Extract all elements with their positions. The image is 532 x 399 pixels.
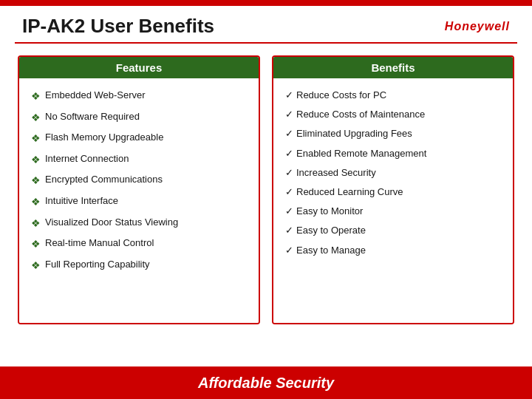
bullet-icon: ❖ — [31, 195, 41, 210]
check-icon: ✓ — [285, 166, 293, 180]
list-item: ❖ Real-time Manual Control — [31, 236, 247, 252]
features-panel: Features ❖ Embedded Web-Server ❖ No Soft… — [18, 55, 260, 324]
list-item: ✓ Reduced Learning Curve — [285, 185, 501, 199]
benefit-text: Increased Security — [296, 166, 376, 180]
feature-text: Encrypted Communications — [45, 173, 163, 186]
list-item: ❖ Full Reporting Capability — [31, 258, 247, 273]
header: IP-AK2 User Benefits Honeywell — [0, 6, 532, 42]
top-bar — [0, 0, 532, 6]
bullet-icon: ❖ — [31, 153, 41, 168]
features-panel-body: ❖ Embedded Web-Server ❖ No Software Requ… — [19, 78, 259, 323]
footer: Affordable Security — [0, 366, 532, 399]
feature-text: Embedded Web-Server — [45, 89, 146, 102]
feature-text: Internet Connection — [45, 152, 129, 166]
list-item: ✓ Increased Security — [285, 166, 501, 180]
list-item: ✓ Enabled Remote Management — [285, 147, 501, 160]
benefit-text: Reduced Learning Curve — [296, 185, 403, 199]
list-item: ❖ Embedded Web-Server — [31, 89, 247, 104]
page: IP-AK2 User Benefits Honeywell Features … — [0, 0, 532, 399]
bullet-icon: ❖ — [31, 89, 41, 104]
footer-text: Affordable Security — [198, 375, 334, 392]
bullet-icon: ❖ — [31, 259, 41, 273]
check-icon: ✓ — [285, 185, 293, 199]
honeywell-logo: Honeywell — [445, 20, 510, 33]
check-icon: ✓ — [285, 127, 293, 140]
page-title: IP-AK2 User Benefits — [22, 15, 214, 38]
feature-text: Full Reporting Capability — [45, 258, 150, 271]
list-item: ❖ Internet Connection — [31, 152, 247, 168]
benefit-text: Reduce Costs for PC — [296, 89, 386, 102]
bullet-icon: ❖ — [31, 132, 41, 146]
list-item: ✓ Easy to Monitor — [285, 205, 501, 218]
feature-text: Real-time Manual Control — [45, 236, 154, 250]
list-item: ✓ Easy to Operate — [285, 224, 501, 237]
feature-text: Flash Memory Upgradeable — [45, 131, 163, 144]
list-item: ✓ Reduce Costs for PC — [285, 89, 501, 102]
bullet-icon: ❖ — [31, 174, 41, 188]
list-item: ✓ Easy to Manage — [285, 244, 501, 257]
list-item: ✓ Reduce Costs of Maintenance — [285, 108, 501, 121]
list-item: ❖ No Software Required — [31, 110, 247, 126]
check-icon: ✓ — [285, 224, 293, 237]
check-icon: ✓ — [285, 205, 293, 218]
check-icon: ✓ — [285, 89, 293, 102]
bullet-icon: ❖ — [31, 237, 41, 252]
benefits-panel: Benefits ✓ Reduce Costs for PC ✓ Reduce … — [272, 55, 514, 324]
list-item: ✓ Eliminated Upgrading Fees — [285, 127, 501, 140]
benefit-text: Easy to Operate — [296, 224, 366, 237]
check-icon: ✓ — [285, 244, 293, 257]
feature-text: Visualized Door Status Viewing — [45, 216, 178, 229]
list-item: ❖ Visualized Door Status Viewing — [31, 216, 247, 231]
bullet-icon: ❖ — [31, 111, 41, 126]
benefit-text: Enabled Remote Management — [296, 147, 426, 160]
list-item: ❖ Flash Memory Upgradeable — [31, 131, 247, 146]
feature-text: Intuitive Interface — [45, 194, 118, 208]
benefit-text: Eliminated Upgrading Fees — [296, 127, 412, 140]
check-icon: ✓ — [285, 108, 293, 121]
list-item: ❖ Encrypted Communications — [31, 173, 247, 188]
features-panel-header: Features — [19, 57, 259, 78]
benefit-text: Easy to Manage — [296, 244, 366, 257]
main-content: Features ❖ Embedded Web-Server ❖ No Soft… — [0, 44, 532, 332]
benefit-text: Reduce Costs of Maintenance — [296, 108, 425, 121]
benefit-text: Easy to Monitor — [296, 205, 363, 218]
benefits-panel-header: Benefits — [273, 57, 513, 78]
feature-text: No Software Required — [45, 110, 140, 123]
benefits-panel-body: ✓ Reduce Costs for PC ✓ Reduce Costs of … — [273, 78, 513, 323]
check-icon: ✓ — [285, 147, 293, 160]
list-item: ❖ Intuitive Interface — [31, 194, 247, 210]
bullet-icon: ❖ — [31, 216, 41, 231]
